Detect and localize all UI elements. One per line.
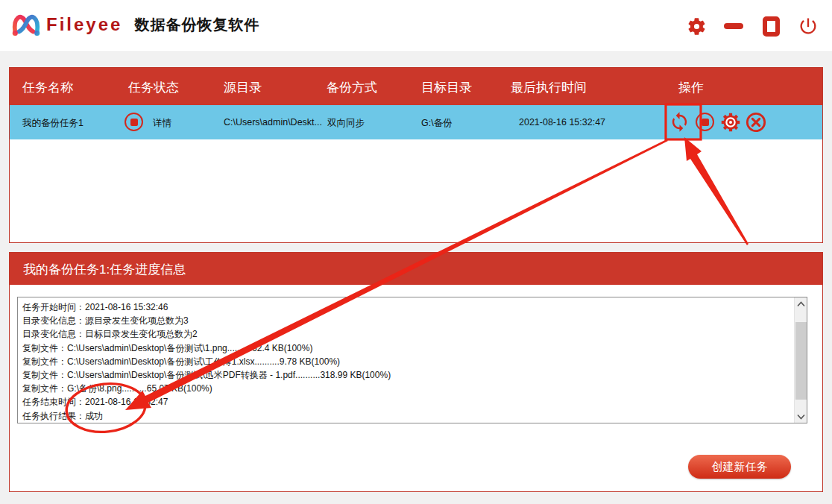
sync-now-button[interactable] <box>669 111 690 133</box>
column-header-target-dir: 目标目录 <box>421 79 472 96</box>
log-line: 复制文件：C:\Users\admin\Desktop\备份测试\迅米PDF转换… <box>22 368 790 382</box>
stop-icon <box>696 113 714 131</box>
log-line: 任务执行结果：成功 <box>22 409 790 423</box>
task-actions <box>669 111 766 133</box>
log-line: 目录变化信息：源目录发生变化项总数为3 <box>22 314 790 327</box>
minimize-button[interactable] <box>723 15 744 37</box>
backup-mode-cell: 双向同步 <box>327 117 365 130</box>
log-scrollbar[interactable] <box>794 297 807 423</box>
gear-outline-icon <box>720 112 741 133</box>
chevron-up-icon <box>797 301 805 307</box>
scrollbar-thumb[interactable] <box>795 322 807 400</box>
minimize-icon <box>724 23 743 29</box>
create-new-task-button[interactable]: 创建新任务 <box>688 455 791 479</box>
chevron-down-icon <box>797 414 805 420</box>
column-header-task-name: 任务名称 <box>22 79 73 96</box>
column-header-last-run: 最后执行时间 <box>511 79 587 96</box>
log-line: 复制文件：C:\Users\admin\Desktop\备份测试\工作簿1.xl… <box>22 355 790 368</box>
column-header-source-dir: 源目录 <box>224 79 262 96</box>
scroll-up-button[interactable] <box>795 297 807 310</box>
table-header-row: 任务名称 任务状态 源目录 备份方式 目标目录 最后执行时间 操作 <box>10 68 822 105</box>
delete-task-button[interactable] <box>745 111 766 133</box>
stop-square <box>702 119 709 126</box>
maximize-button[interactable] <box>760 15 781 37</box>
task-status-stop-icon <box>125 113 143 131</box>
target-dir-cell: G:\备份 <box>421 117 453 130</box>
column-header-backup-mode: 备份方式 <box>327 79 377 96</box>
power-icon <box>798 16 819 37</box>
progress-panel-header: 我的备份任务1:任务进度信息 <box>10 253 822 285</box>
close-button[interactable] <box>798 15 819 37</box>
column-header-task-status: 任务状态 <box>128 79 179 96</box>
title-bar: Fileyee 数据备份恢复软件 <box>0 0 832 52</box>
log-line: 目录变化信息：目标目录发生变化项总数为2 <box>22 327 790 341</box>
task-settings-button[interactable] <box>719 111 741 133</box>
task-row[interactable]: 我的备份任务1 详情 C:\Users\admin\Deskt... 双向同步 … <box>10 105 822 139</box>
logo-text: Fileyee <box>46 14 122 35</box>
window-controls <box>686 0 819 52</box>
log-line: 复制文件：C:\Users\admin\Desktop\备份测试\1.png..… <box>22 341 790 355</box>
sync-icon <box>669 111 690 133</box>
task-name-cell: 我的备份任务1 <box>22 117 83 130</box>
log-lines: 任务开始时间：2021-08-16 15:32:46 目录变化信息：源目录发生变… <box>18 299 794 423</box>
task-table-panel: 任务名称 任务状态 源目录 备份方式 目标目录 最后执行时间 操作 我的备份任务… <box>9 67 823 243</box>
scroll-down-button[interactable] <box>795 410 807 423</box>
log-line: 任务开始时间：2021-08-16 15:32:46 <box>22 300 790 314</box>
progress-panel: 我的备份任务1:任务进度信息 任务开始时间：2021-08-16 15:32:4… <box>9 252 823 492</box>
close-circle-icon <box>746 112 766 133</box>
progress-panel-title: 我的备份任务1:任务进度信息 <box>23 261 186 278</box>
maximize-icon <box>763 16 780 37</box>
column-header-actions: 操作 <box>678 79 704 96</box>
fileyee-logo-icon <box>10 10 42 40</box>
log-line: 任务结束时间：2021-08-16 15:32:47 <box>22 395 790 409</box>
task-log[interactable]: 任务开始时间：2021-08-16 15:32:46 目录变化信息：源目录发生变… <box>17 297 807 423</box>
task-details-link[interactable]: 详情 <box>153 117 171 130</box>
stop-square <box>130 119 138 126</box>
settings-button[interactable] <box>686 15 707 37</box>
app-title: 数据备份恢复软件 <box>134 15 259 35</box>
logo: Fileyee 数据备份恢复软件 <box>10 10 259 40</box>
gear-icon <box>687 16 707 37</box>
log-line: 复制文件：G:\备份\8.png..........65.07 KB(100%) <box>22 382 790 395</box>
stop-task-button[interactable] <box>694 111 716 133</box>
source-dir-cell: C:\Users\admin\Deskt... <box>224 117 322 127</box>
last-run-cell: 2021-08-16 15:32:47 <box>519 117 605 127</box>
